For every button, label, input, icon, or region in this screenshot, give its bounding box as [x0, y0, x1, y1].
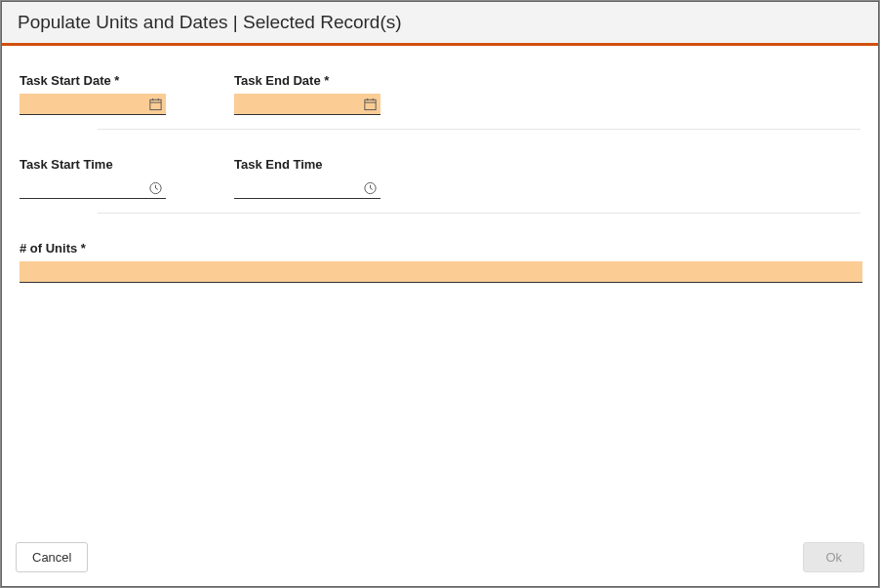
divider [98, 129, 860, 130]
field-num-units: # of Units * [20, 241, 862, 283]
label-task-start-time: Task Start Time [20, 157, 166, 172]
label-task-start-date: Task Start Date * [20, 73, 166, 88]
field-task-start-date: Task Start Date * [20, 73, 166, 115]
field-task-end-date: Task End Date * [234, 73, 380, 115]
input-num-units[interactable] [20, 261, 862, 283]
label-task-end-date: Task End Date * [234, 73, 380, 88]
field-task-end-time: Task End Time [234, 157, 380, 199]
row-times: Task Start Time Task End Time [20, 157, 860, 199]
dialog-header: Populate Units and Dates | Selected Reco… [2, 2, 878, 46]
divider [98, 213, 860, 214]
dialog-footer: Cancel Ok [2, 532, 878, 586]
field-task-start-time: Task Start Time [20, 157, 166, 199]
dialog-title: Populate Units and Dates | Selected Reco… [18, 12, 862, 33]
row-dates: Task Start Date * Task End Date * [20, 73, 860, 115]
dialog-body: Task Start Date * Task End Date * [2, 46, 878, 532]
label-task-end-time: Task End Time [234, 157, 380, 172]
input-task-end-time[interactable] [234, 177, 380, 199]
input-task-start-time[interactable] [20, 177, 166, 199]
cancel-button[interactable]: Cancel [16, 542, 88, 572]
label-num-units: # of Units * [20, 241, 862, 255]
ok-button[interactable]: Ok [803, 542, 864, 572]
input-task-end-date[interactable] [234, 94, 380, 115]
row-units: # of Units * [20, 241, 860, 283]
input-task-start-date[interactable] [20, 94, 166, 115]
dialog-populate-units-dates: Populate Units and Dates | Selected Reco… [1, 1, 879, 587]
